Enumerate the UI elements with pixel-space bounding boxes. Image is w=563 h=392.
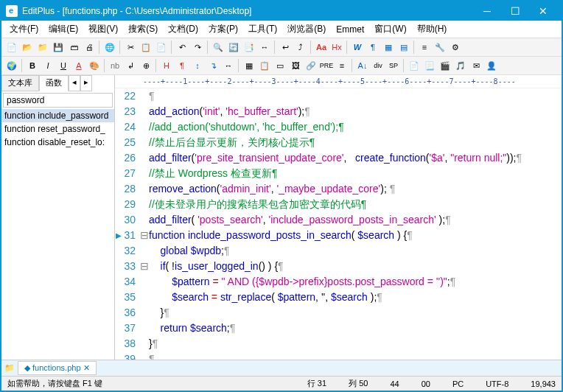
code-text[interactable]: //禁止 Wordpress 检查更新¶ xyxy=(149,166,562,181)
unk1-icon[interactable]: ↔ xyxy=(221,58,236,73)
img-icon[interactable]: 🖼 xyxy=(288,58,303,73)
para-icon[interactable]: ¶ xyxy=(366,40,380,55)
code-text[interactable]: function include_password_posts_in_searc… xyxy=(149,228,562,243)
menu-item[interactable]: Emmet xyxy=(331,23,369,36)
video-icon[interactable]: 🎬 xyxy=(438,58,452,73)
close-button[interactable]: ✕ xyxy=(529,2,557,20)
jump-icon[interactable]: ↴ xyxy=(206,58,220,73)
center2-icon[interactable]: ↕ xyxy=(190,58,205,73)
menu-item[interactable]: 帮助(H) xyxy=(412,21,452,37)
menu-item[interactable]: 方案(P) xyxy=(203,21,243,37)
code-text[interactable]: //使未登录用户的搜索结果包含加密文章的代码¶ xyxy=(149,197,562,212)
menu-item[interactable]: 视图(V) xyxy=(83,21,123,37)
folder-icon[interactable]: 📁 xyxy=(4,363,15,373)
code-area[interactable]: 22¶23add_action('init', 'hc_buffer_start… xyxy=(115,88,562,360)
sidebar-nav-next[interactable]: ▸ xyxy=(80,75,92,91)
code-text[interactable]: add_action('init', 'hc_buffer_start');¶ xyxy=(149,104,562,119)
code-line[interactable]: 39¶ xyxy=(115,351,562,360)
find-files-icon[interactable]: 📑 xyxy=(242,40,256,55)
code-text[interactable]: $pattern = " AND ({$wpdb->prefix}posts.p… xyxy=(149,274,562,290)
goto-icon[interactable]: ↔ xyxy=(257,40,272,55)
code-line[interactable]: 30add_filter( 'posts_search', 'include_p… xyxy=(115,212,562,228)
browser-icon[interactable]: 🌐 xyxy=(102,40,117,55)
underline-icon[interactable]: U xyxy=(56,58,71,73)
window-icon[interactable]: W xyxy=(350,40,365,55)
code-line[interactable]: 38}¶ xyxy=(115,336,562,351)
code-text[interactable]: $search = str_replace( $pattern, '', $se… xyxy=(149,290,562,305)
code-text[interactable]: add_filter( 'posts_search', 'include_pas… xyxy=(149,212,562,228)
menu-item[interactable]: 文档(D) xyxy=(163,21,203,37)
code-line[interactable]: 28remove_action('admin_init', '_maybe_up… xyxy=(115,181,562,197)
menu-item[interactable]: 工具(T) xyxy=(243,21,282,37)
minimize-button[interactable]: ─ xyxy=(473,2,501,20)
grid-icon[interactable]: ▤ xyxy=(396,40,411,55)
font-small-icon[interactable]: Aa xyxy=(314,40,329,55)
code-line[interactable]: 23add_action('init', 'hc_buffer_start');… xyxy=(115,104,562,119)
file-tab-active[interactable]: ◆ functions.php ✕ xyxy=(18,361,97,375)
table-icon[interactable]: ▦ xyxy=(242,58,256,73)
list2-icon[interactable]: ≡ xyxy=(335,58,349,73)
menu-item[interactable]: 搜索(S) xyxy=(123,21,163,37)
code-text[interactable]: }¶ xyxy=(149,336,562,351)
link-icon[interactable]: 🔗 xyxy=(304,58,318,73)
para2-icon[interactable]: ¶ xyxy=(175,58,189,73)
sidebar-tab-functions[interactable]: 函数 xyxy=(39,75,69,91)
anchor-icon[interactable]: ↲ xyxy=(123,58,138,73)
undo-icon[interactable]: ↶ xyxy=(175,40,189,55)
code-line[interactable]: 37 return $search;¶ xyxy=(115,321,562,336)
code-line[interactable]: 34 $pattern = " AND ({$wpdb->prefix}post… xyxy=(115,274,562,290)
new-icon[interactable]: 📄 xyxy=(4,40,19,55)
cut-icon[interactable]: ✂ xyxy=(123,40,138,55)
hex-icon[interactable]: Hx xyxy=(329,40,344,55)
open-icon[interactable]: 📂 xyxy=(20,40,35,55)
code-line[interactable]: 33⊟ if( !is_user_logged_in() ) {¶ xyxy=(115,259,562,274)
fold-toggle[interactable]: ⊟ xyxy=(140,259,149,274)
fold-toggle[interactable]: ⊟ xyxy=(140,228,149,243)
code-text[interactable]: remove_action('admin_init', '_maybe_upda… xyxy=(149,181,562,197)
code-line[interactable]: 22¶ xyxy=(115,88,562,104)
pre-icon[interactable]: PRE xyxy=(319,58,334,73)
center-icon[interactable]: ⊕ xyxy=(139,58,153,73)
code-line[interactable]: ▶31⊟function include_password_posts_in_s… xyxy=(115,228,562,243)
italic-icon[interactable]: I xyxy=(41,58,55,73)
list-icon[interactable]: ≡ xyxy=(417,40,432,55)
code-line[interactable]: 25//禁止后台显示更新，关闭核心提示¶ xyxy=(115,135,562,150)
sidebar-search-input[interactable] xyxy=(3,93,113,108)
heading-icon[interactable]: H xyxy=(159,58,174,73)
save-all-icon[interactable]: 🗃 xyxy=(66,40,81,55)
open-remote-icon[interactable]: 📁 xyxy=(35,40,50,55)
code-text[interactable]: return $search;¶ xyxy=(149,321,562,336)
maximize-button[interactable]: ☐ xyxy=(501,2,529,20)
palette-icon[interactable]: 🎨 xyxy=(87,58,102,73)
font-icon[interactable]: A↓ xyxy=(355,58,370,73)
menu-item[interactable]: 文件(F) xyxy=(4,21,43,37)
sidebar-nav-prev[interactable]: ◂ xyxy=(69,75,80,91)
code-line[interactable]: 26add_filter('pre_site_transient_update_… xyxy=(115,150,562,166)
code-text[interactable]: global $wpdb;¶ xyxy=(149,243,562,259)
code-line[interactable]: 32 global $wpdb;¶ xyxy=(115,243,562,259)
code-line[interactable]: 24//add_action('shutdown', 'hc_buffer_en… xyxy=(115,119,562,135)
menu-item[interactable]: 浏览器(B) xyxy=(282,21,331,37)
sidebar-item-1[interactable]: function reset_password_ xyxy=(1,122,114,136)
find-icon[interactable]: 🔍 xyxy=(211,40,225,55)
audio-icon[interactable]: 🎵 xyxy=(453,58,468,73)
redo-icon[interactable]: ↷ xyxy=(190,40,205,55)
code-text[interactable]: //add_action('shutdown', 'hc_buffer_end'… xyxy=(149,119,562,135)
copy-icon[interactable]: 📋 xyxy=(139,40,153,55)
col-icon[interactable]: ▦ xyxy=(381,40,396,55)
wordwrap-icon[interactable]: ↩ xyxy=(278,40,293,55)
person-icon[interactable]: 👤 xyxy=(484,58,499,73)
settings-icon[interactable]: ⚙ xyxy=(448,40,463,55)
code-line[interactable]: 35 $search = str_replace( $pattern, '', … xyxy=(115,290,562,305)
code-text[interactable]: //禁止后台显示更新，关闭核心提示¶ xyxy=(149,135,562,150)
select-icon[interactable]: ▭ xyxy=(273,58,287,73)
wordwrap2-icon[interactable]: ⤴ xyxy=(293,40,308,55)
paste-icon[interactable]: 📄 xyxy=(154,40,169,55)
code-line[interactable]: 27//禁止 Wordpress 检查更新¶ xyxy=(115,166,562,181)
sidebar-item-2[interactable]: function disable_reset_lo: xyxy=(1,136,114,149)
color-icon[interactable]: A xyxy=(71,58,86,73)
print-icon[interactable]: 🖨 xyxy=(82,40,97,55)
save-icon[interactable]: 💾 xyxy=(51,40,66,55)
replace-icon[interactable]: 🔄 xyxy=(226,40,241,55)
nb-icon[interactable]: nb xyxy=(108,58,122,73)
